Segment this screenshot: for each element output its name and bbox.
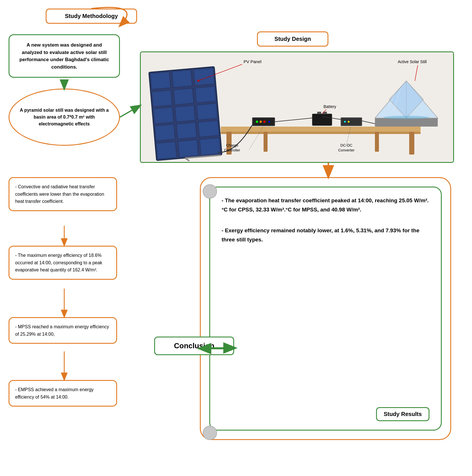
svg-rect-28 [200,138,220,155]
svg-point-38 [260,121,262,123]
svg-text:Battery: Battery [324,104,336,109]
svg-rect-25 [198,121,218,137]
study-results-para2: - Exergy efficiency remained notably low… [222,226,429,245]
system-desc-text: A new system was designed and analyzed t… [19,42,109,70]
study-results-para1: - The evaporation heat transfer coeffici… [222,196,429,215]
svg-point-44 [348,121,350,123]
study-results-text: - The evaporation heat transfer coeffici… [222,196,429,244]
study-design-box: Study Design [257,31,328,47]
svg-text:Controller: Controller [224,148,240,152]
svg-rect-45 [375,118,438,127]
svg-rect-15 [172,70,192,87]
svg-text:Active Solar Still: Active Solar Still [398,59,427,64]
svg-point-37 [256,121,258,123]
conclusion-box: Conclusion [154,337,234,355]
svg-text:Charge: Charge [226,143,238,147]
study-results-label: Study Results [376,407,429,421]
deco-circle-top [203,184,217,199]
finding-box-1: - Convective and radiative heat transfer… [9,177,117,211]
svg-rect-4 [409,132,414,155]
svg-rect-20 [154,108,173,123]
finding-box-2: - The maximum energy efficiency of 18.6%… [9,246,117,280]
conclusion-label: Conclusion [174,341,214,350]
svg-rect-34 [313,114,332,125]
finding-2-text: - The maximum energy efficiency of 18.6%… [15,253,102,272]
study-methodology-box: Study Methodology [46,9,137,24]
system-desc-box: A new system was designed and analyzed t… [9,34,120,78]
svg-rect-19 [196,87,216,103]
svg-text:DC-DC: DC-DC [340,143,352,147]
pyramid-oval: A pyramid solar still was designed with … [9,89,120,146]
finding-3-text: - MPSS reached a maximum energy efficien… [15,324,109,337]
finding-1-text: - Convective and radiative heat transfer… [15,184,104,204]
svg-line-65 [120,106,140,117]
svg-rect-23 [155,125,175,140]
study-design-label: Study Design [274,36,311,42]
study-design-image: PV Panel Active Solar Still Battery Char… [140,51,454,163]
svg-rect-6 [375,132,379,152]
svg-rect-24 [177,123,196,139]
svg-point-40 [268,121,270,123]
finding-box-3: - MPSS reached a maximum energy efficien… [9,317,117,344]
solar-system-svg: PV Panel Active Solar Still Battery Char… [141,52,454,163]
svg-point-51 [383,116,429,119]
pyramid-oval-text: A pyramid solar still was designed with … [18,107,111,127]
svg-rect-14 [151,72,170,89]
svg-text:PV Panel: PV Panel [244,59,262,64]
svg-rect-22 [197,104,217,120]
study-results-outer: - The evaporation heat transfer coeffici… [200,177,451,440]
svg-rect-17 [152,91,172,106]
study-results-inner: - The evaporation heat transfer coeffici… [209,187,442,431]
finding-4-text: - EMPSS achieved a maximum energy effici… [15,387,94,399]
svg-rect-27 [178,140,198,157]
svg-rect-32 [317,112,321,114]
svg-rect-21 [175,106,195,121]
svg-text:Converter: Converter [338,148,355,152]
svg-rect-18 [174,89,193,104]
deco-circle-bottom [203,426,217,440]
svg-point-43 [344,121,346,123]
svg-rect-16 [194,69,214,85]
svg-rect-26 [157,142,176,159]
svg-rect-2 [221,132,421,134]
svg-point-39 [263,121,266,123]
study-methodology-label: Study Methodology [65,13,118,19]
svg-rect-5 [264,132,268,152]
finding-box-4: - EMPSS achieved a maximum energy effici… [9,380,117,407]
solar-illustration: PV Panel Active Solar Still Battery Char… [141,52,453,162]
